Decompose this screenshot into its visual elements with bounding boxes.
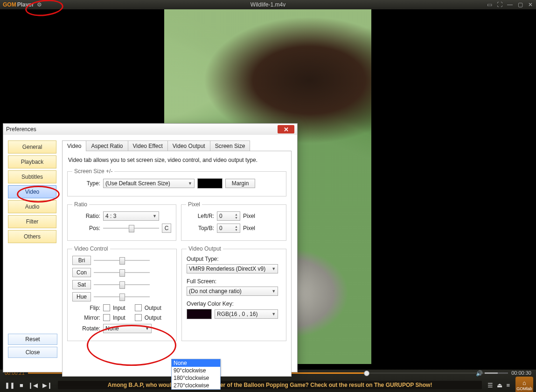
pixel-legend: Pixel bbox=[186, 201, 202, 208]
dialog-close-button[interactable]: ✕ bbox=[278, 125, 294, 133]
rotate-value: None bbox=[105, 325, 119, 332]
fullscreen-icon[interactable]: ⛶ bbox=[496, 1, 503, 8]
category-audio[interactable]: Audio bbox=[8, 200, 56, 213]
pos-slider[interactable] bbox=[103, 224, 159, 233]
ratio-select[interactable]: 4 : 3 ▼ bbox=[103, 211, 159, 221]
control-panel-icon[interactable]: ☰ bbox=[487, 382, 493, 389]
flip-input-checkbox[interactable] bbox=[103, 304, 110, 311]
window-title: Wildlife-1.m4v bbox=[0, 1, 536, 8]
fullscreen-label: Full Screen: bbox=[187, 278, 281, 285]
rotate-options-list[interactable]: None 90°clockwise 180°clockwise 270°cloc… bbox=[171, 359, 221, 390]
pos-center-button[interactable]: C bbox=[162, 224, 171, 233]
topb-value: 0 bbox=[219, 225, 223, 231]
category-playback[interactable]: Playback bbox=[8, 155, 56, 168]
flip-output-checkbox[interactable] bbox=[135, 304, 142, 311]
tab-video-effect[interactable]: Video Effect bbox=[128, 140, 168, 151]
overlay-label: Overlay Color Key: bbox=[187, 301, 281, 307]
overlay-color-select[interactable]: RGB(16 , 0 , 16) ▼ bbox=[215, 309, 278, 319]
chevron-down-icon: ▼ bbox=[188, 181, 192, 186]
brand-gom: GOM bbox=[3, 1, 16, 8]
mirror-input-checkbox[interactable] bbox=[103, 314, 110, 321]
screen-size-group: Screen Size +/- Type: (Use Default Scree… bbox=[67, 168, 286, 196]
sat-button[interactable]: Sat bbox=[72, 280, 91, 289]
screen-type-select[interactable]: (Use Default Screen Size) ▼ bbox=[103, 179, 195, 188]
output-type-select[interactable]: VMR9 Renderless (DirectX v9) ▼ bbox=[187, 264, 278, 273]
leftr-input[interactable]: 0 ▲▼ bbox=[217, 211, 240, 221]
fullscreen-select[interactable]: (Do not change ratio) ▼ bbox=[187, 287, 278, 296]
pixel-unit: Pixel bbox=[243, 213, 255, 219]
brand-player: Player bbox=[17, 1, 34, 8]
close-button[interactable]: Close bbox=[8, 347, 57, 358]
rotate-option-none[interactable]: None bbox=[172, 359, 220, 367]
next-button[interactable]: ▶❙ bbox=[42, 382, 52, 389]
bri-button[interactable]: Bri bbox=[72, 256, 91, 265]
rotate-option-180[interactable]: 180°clockwise bbox=[172, 374, 220, 382]
always-on-top-icon[interactable]: ▭ bbox=[486, 1, 493, 8]
chevron-down-icon: ▼ bbox=[271, 289, 276, 294]
reset-button[interactable]: Reset bbox=[8, 334, 57, 345]
bri-slider[interactable] bbox=[94, 256, 150, 265]
rotate-option-90[interactable]: 90°clockwise bbox=[172, 367, 220, 374]
video-control-legend: Video Control bbox=[72, 245, 110, 252]
rotate-select[interactable]: None ▼ bbox=[103, 324, 152, 333]
tab-video[interactable]: Video bbox=[62, 140, 86, 151]
ratio-label: Ratio: bbox=[72, 213, 100, 219]
category-filter[interactable]: Filter bbox=[8, 215, 56, 228]
spinner-icon[interactable]: ▲▼ bbox=[235, 225, 238, 231]
gomlab-label: GOMlab bbox=[516, 386, 532, 391]
home-icon: ⌂ bbox=[522, 379, 526, 386]
app-brand: GOM Player bbox=[3, 1, 34, 8]
volume-icon[interactable]: 🔊 bbox=[476, 370, 483, 377]
topb-input[interactable]: 0 ▲▼ bbox=[217, 224, 240, 233]
menu-icon[interactable]: ≡ bbox=[506, 382, 510, 389]
prev-button[interactable]: ❙◀ bbox=[28, 382, 38, 389]
gear-icon[interactable]: ⚙ bbox=[37, 1, 42, 8]
category-general[interactable]: General bbox=[8, 140, 56, 154]
hue-button[interactable]: Hue bbox=[72, 292, 91, 301]
hue-slider[interactable] bbox=[94, 292, 150, 301]
pos-label: Pos: bbox=[72, 225, 100, 231]
tab-video-output[interactable]: Video Output bbox=[167, 140, 210, 151]
mirror-output-label: Output bbox=[145, 315, 161, 321]
flip-label: Flip: bbox=[72, 305, 100, 311]
rotate-label: Rotate: bbox=[72, 325, 100, 332]
fullscreen-value: (Do not change ratio) bbox=[189, 288, 242, 294]
volume-fill bbox=[485, 372, 498, 374]
play-pause-button[interactable]: ❚❚ bbox=[5, 382, 15, 389]
seek-thumb[interactable] bbox=[364, 371, 369, 376]
sat-slider[interactable] bbox=[94, 280, 150, 289]
con-button[interactable]: Con bbox=[72, 268, 91, 277]
con-slider[interactable] bbox=[94, 268, 150, 277]
topb-label: Top/B: bbox=[186, 225, 214, 231]
category-video[interactable]: Video bbox=[8, 185, 56, 198]
news-ticker[interactable]: Among B.A.P, who would be the final winn… bbox=[58, 381, 482, 389]
leftr-value: 0 bbox=[219, 213, 223, 219]
eject-icon[interactable]: ⏏ bbox=[497, 382, 502, 389]
output-type-value: VMR9 Renderless (DirectX v9) bbox=[189, 266, 265, 272]
overlay-color-swatch[interactable] bbox=[187, 309, 212, 319]
tab-aspect-ratio[interactable]: Aspect Ratio bbox=[86, 140, 128, 151]
pixel-group: Pixel Left/R: 0 ▲▼ Pixel Top/B: bbox=[181, 201, 286, 241]
category-others[interactable]: Others bbox=[8, 230, 56, 243]
ratio-legend: Ratio bbox=[72, 201, 89, 208]
screen-margin-swatch[interactable] bbox=[197, 178, 223, 189]
screen-type-value: (Use Default Screen Size) bbox=[105, 180, 170, 187]
maximize-icon[interactable]: ▢ bbox=[516, 1, 524, 8]
margin-button[interactable]: Margin bbox=[225, 179, 255, 188]
overlay-value: RGB(16 , 0 , 16) bbox=[217, 311, 258, 317]
volume-track[interactable] bbox=[485, 372, 508, 374]
ratio-group: Ratio Ratio: 4 : 3 ▼ Pos: bbox=[67, 201, 176, 241]
minimize-icon[interactable]: — bbox=[506, 1, 514, 8]
stop-button[interactable]: ■ bbox=[20, 382, 23, 389]
rotate-option-270[interactable]: 270°clockwise bbox=[172, 382, 220, 389]
close-window-icon[interactable]: ✕ bbox=[527, 1, 534, 8]
video-output-legend: Video Output bbox=[187, 245, 223, 252]
gomlab-button[interactable]: ⌂ GOMlab bbox=[515, 377, 533, 392]
time-total: 00:00:30 bbox=[511, 370, 531, 376]
spinner-icon[interactable]: ▲▼ bbox=[235, 213, 238, 219]
chevron-down-icon: ▼ bbox=[271, 266, 276, 271]
preferences-dialog: Preferences ✕ General Playback Subtitles… bbox=[3, 123, 298, 372]
mirror-output-checkbox[interactable] bbox=[135, 314, 142, 321]
category-subtitles[interactable]: Subtitles bbox=[8, 170, 56, 183]
tab-screen-size[interactable]: Screen Size bbox=[210, 140, 251, 151]
